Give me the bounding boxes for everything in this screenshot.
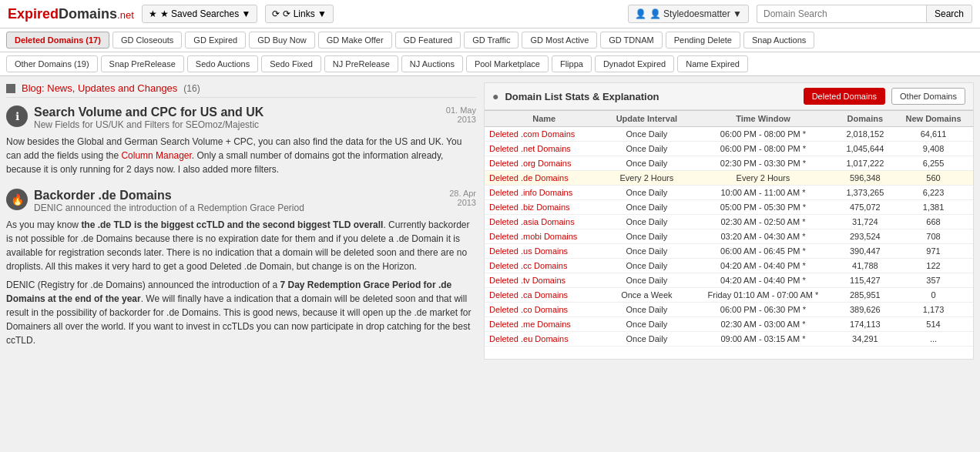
table-row[interactable]: Deleted .biz DomainsOnce Daily05:00 PM -… <box>485 200 973 215</box>
table-cell: 6,255 <box>894 156 973 171</box>
nav-tab[interactable]: GD TDNAM <box>600 32 662 49</box>
deleted-domains-toggle[interactable]: Deleted Domains <box>804 88 885 105</box>
saved-searches-button[interactable]: ★ ★ Saved Searches ▼ <box>142 5 258 23</box>
nav-tab[interactable]: Sedo Auctions <box>187 55 258 72</box>
header: ExpiredDomains.net ★ ★ Saved Searches ▼ … <box>0 0 980 28</box>
table-cell: Once Daily <box>603 273 690 288</box>
domain-link[interactable]: Deleted .us Domains <box>489 246 568 256</box>
table-row[interactable]: Deleted .eu DomainsOnce Daily09:00 AM - … <box>485 332 973 347</box>
domain-link[interactable]: Deleted .net Domains <box>489 144 571 153</box>
table-row[interactable]: Deleted .net DomainsOnce Daily06:00 PM -… <box>485 142 973 156</box>
blog-count: (16) <box>183 83 200 94</box>
table-cell: 1,381 <box>894 200 973 215</box>
nav-tab[interactable]: Dynadot Expired <box>595 55 674 72</box>
domain-link[interactable]: Deleted .asia Domains <box>489 217 575 226</box>
nav-tab[interactable]: Sedo Fixed <box>261 55 321 72</box>
domain-link[interactable]: Deleted .de Domains <box>489 173 569 182</box>
links-icon: ⟳ <box>272 8 280 19</box>
blog-article: ℹSearch Volume and CPC for US and UKNew … <box>6 105 476 176</box>
search-input[interactable] <box>757 5 926 23</box>
table-row[interactable]: Deleted .com DomainsOnce Daily06:00 PM -… <box>485 127 973 142</box>
user-menu[interactable]: 👤 👤 Styledoesmatter ▼ <box>628 5 749 23</box>
table-row[interactable]: Deleted .cc DomainsOnce Daily04:20 AM - … <box>485 259 973 273</box>
nav-tab[interactable]: Snap PreRelease <box>101 55 184 72</box>
nav-tab[interactable]: NJ Auctions <box>401 55 463 72</box>
table-row[interactable]: Deleted .asia DomainsOnce Daily02:30 AM … <box>485 215 973 229</box>
stats-col-header: Time Window <box>690 111 836 127</box>
stats-header: ● Domain List Stats & Explanation Delete… <box>485 83 973 110</box>
article-title-area: Search Volume and CPC for US and UKNew F… <box>34 105 424 130</box>
table-cell: 971 <box>894 244 973 259</box>
nav-tab[interactable]: GD Make Offer <box>318 32 392 49</box>
table-row[interactable]: Deleted .us DomainsOnce Daily06:00 AM - … <box>485 244 973 259</box>
nav-tab[interactable]: Deleted Domains (17) <box>6 32 109 49</box>
nav-tab[interactable]: NJ PreRelease <box>324 55 398 72</box>
nav-tab[interactable]: Name Expired <box>677 55 748 72</box>
nav-tab[interactable]: GD Closeouts <box>112 32 182 49</box>
nav-tab[interactable]: Pending Delete <box>666 32 740 49</box>
table-cell: 285,951 <box>837 288 894 303</box>
nav-tab[interactable]: Other Domains (19) <box>6 55 98 72</box>
nav-tab[interactable]: GD Traffic <box>464 32 519 49</box>
domain-link[interactable]: Deleted .info Domains <box>489 188 572 197</box>
table-cell: Once Daily <box>603 317 690 332</box>
article-title-area: Backorder .de DomainsDENIC announced the… <box>34 189 424 213</box>
article-body-bold: the .de TLD is the biggest ccTLD and the… <box>81 219 383 230</box>
logo-net: .net <box>117 9 134 21</box>
table-row[interactable]: Deleted .de DomainsEvery 2 HoursEvery 2 … <box>485 171 973 186</box>
table-row[interactable]: Deleted .org DomainsOnce Daily02:30 PM -… <box>485 156 973 171</box>
table-cell: 293,524 <box>837 229 894 244</box>
table-cell: 0 <box>894 288 973 303</box>
nav-tab[interactable]: GD Featured <box>395 32 461 49</box>
stats-col-header: New Domains <box>894 111 973 127</box>
table-cell: 668 <box>894 215 973 229</box>
table-cell: Once Daily <box>603 215 690 229</box>
blog-article: 🔥Backorder .de DomainsDENIC announced th… <box>6 189 476 347</box>
table-cell: 1,045,644 <box>837 142 894 156</box>
blog-title-link[interactable]: Blog: News, Updates and Changes <box>22 82 177 94</box>
table-cell: 357 <box>894 273 973 288</box>
table-cell: 41,788 <box>837 259 894 273</box>
nav-tab[interactable]: Pool Marketplace <box>466 55 549 72</box>
nav-tab[interactable]: GD Buy Now <box>249 32 315 49</box>
table-cell: 02:30 PM - 03:30 PM * <box>690 156 836 171</box>
table-cell: Once Daily <box>603 186 690 200</box>
table-cell: 31,724 <box>837 215 894 229</box>
table-cell: 1,373,265 <box>837 186 894 200</box>
table-cell: 560 <box>894 171 973 186</box>
article-body-link[interactable]: Column Manager <box>121 150 191 161</box>
saved-searches-label: ★ Saved Searches ▼ <box>160 8 251 19</box>
username-label: 👤 Styledoesmatter ▼ <box>649 8 742 19</box>
domain-link[interactable]: Deleted .cc Domains <box>489 261 568 270</box>
table-row[interactable]: Deleted .co DomainsOnce Daily06:00 PM - … <box>485 303 973 317</box>
table-cell: Once a Week <box>603 288 690 303</box>
stats-table: NameUpdate IntervalTime WindowDomainsNew… <box>485 110 973 347</box>
info-icon: ● <box>492 90 498 102</box>
links-button[interactable]: ⟳ ⟳ Links ▼ <box>265 5 334 23</box>
domain-link[interactable]: Deleted .mobi Domains <box>489 232 577 241</box>
blog-article-header: 🔥Backorder .de DomainsDENIC announced th… <box>6 189 476 213</box>
nav-tab[interactable]: GD Expired <box>185 32 246 49</box>
table-row[interactable]: Deleted .me DomainsOnce Daily02:30 AM - … <box>485 317 973 332</box>
domain-link[interactable]: Deleted .com Domains <box>489 129 575 139</box>
logo-domains: Domains <box>59 6 117 22</box>
domain-link[interactable]: Deleted .ca Domains <box>489 290 568 300</box>
search-button[interactable]: Search <box>926 5 972 23</box>
nav-row-2: Other Domains (19)Snap PreReleaseSedo Au… <box>0 52 980 76</box>
table-cell: 9,408 <box>894 142 973 156</box>
domain-link[interactable]: Deleted .biz Domains <box>489 203 570 212</box>
table-row[interactable]: Deleted .tv DomainsOnce Daily04:20 AM - … <box>485 273 973 288</box>
domain-link[interactable]: Deleted .tv Domains <box>489 276 566 285</box>
other-domains-toggle[interactable]: Other Domains <box>891 88 965 105</box>
article-date: 28. Apr2013 <box>430 189 476 207</box>
nav-tab[interactable]: Snap Auctions <box>743 32 814 49</box>
domain-link[interactable]: Deleted .me Domains <box>489 320 571 329</box>
domain-link[interactable]: Deleted .org Domains <box>489 159 571 168</box>
table-row[interactable]: Deleted .info DomainsOnce Daily10:00 AM … <box>485 186 973 200</box>
domain-link[interactable]: Deleted .eu Domains <box>489 334 569 343</box>
nav-tab[interactable]: GD Most Active <box>522 32 597 49</box>
domain-link[interactable]: Deleted .co Domains <box>489 305 568 314</box>
table-row[interactable]: Deleted .ca DomainsOnce a WeekFriday 01:… <box>485 288 973 303</box>
table-row[interactable]: Deleted .mobi DomainsOnce Daily03:20 AM … <box>485 229 973 244</box>
nav-tab[interactable]: Flippa <box>552 55 592 72</box>
